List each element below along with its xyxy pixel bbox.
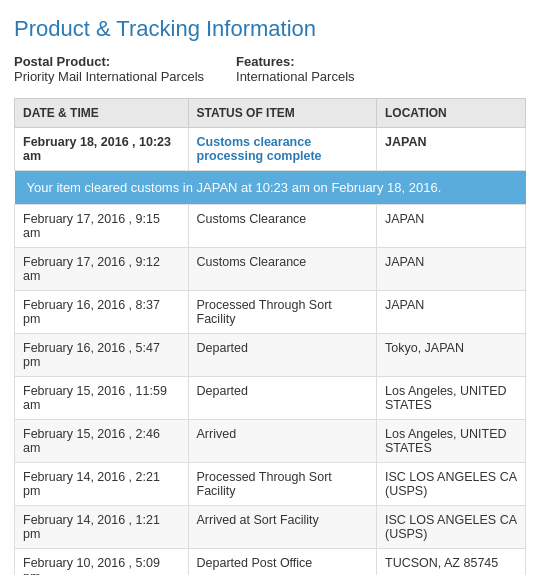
banner-cell: Your item cleared customs in JAPAN at 10… (15, 171, 526, 205)
table-row: February 14, 2016 , 1:21 pmArrived at So… (15, 506, 526, 549)
row-location: JAPAN (377, 205, 526, 248)
table-row: February 16, 2016 , 5:47 pmDepartedTokyo… (15, 334, 526, 377)
banner-row: Your item cleared customs in JAPAN at 10… (15, 171, 526, 205)
page-title: Product & Tracking Information (14, 16, 526, 42)
row-date: February 17, 2016 , 9:15 am (15, 205, 189, 248)
row-status: Departed (188, 377, 376, 420)
highlight-status: Customs clearance processing complete (188, 128, 376, 171)
row-status: Arrived at Sort Facility (188, 506, 376, 549)
row-date: February 14, 2016 , 1:21 pm (15, 506, 189, 549)
row-status: Arrived (188, 420, 376, 463)
row-location: Los Angeles, UNITED STATES (377, 420, 526, 463)
row-date: February 16, 2016 , 5:47 pm (15, 334, 189, 377)
row-status: Customs Clearance (188, 205, 376, 248)
row-date: February 10, 2016 , 5:09 pm (15, 549, 189, 576)
row-location: TUCSON, AZ 85745 (377, 549, 526, 576)
highlight-row: February 18, 2016 , 10:23 am Customs cle… (15, 128, 526, 171)
row-location: Tokyo, JAPAN (377, 334, 526, 377)
postal-product: Postal Product: Priority Mail Internatio… (14, 54, 204, 84)
row-location: JAPAN (377, 248, 526, 291)
info-banner: Your item cleared customs in JAPAN at 10… (15, 171, 526, 204)
header-status: STATUS OF ITEM (188, 99, 376, 128)
table-row: February 15, 2016 , 11:59 amDepartedLos … (15, 377, 526, 420)
table-row: February 15, 2016 , 2:46 amArrivedLos An… (15, 420, 526, 463)
features-value: International Parcels (236, 69, 355, 84)
row-date: February 16, 2016 , 8:37 pm (15, 291, 189, 334)
tracking-table: DATE & TIME STATUS OF ITEM LOCATION Febr… (14, 98, 526, 575)
postal-product-label: Postal Product: (14, 54, 204, 69)
row-status: Departed (188, 334, 376, 377)
table-row: February 10, 2016 , 5:09 pmDeparted Post… (15, 549, 526, 576)
row-date: February 15, 2016 , 11:59 am (15, 377, 189, 420)
row-location: JAPAN (377, 291, 526, 334)
row-status: Departed Post Office (188, 549, 376, 576)
row-location: Los Angeles, UNITED STATES (377, 377, 526, 420)
row-date: February 15, 2016 , 2:46 am (15, 420, 189, 463)
table-row: February 16, 2016 , 8:37 pmProcessed Thr… (15, 291, 526, 334)
row-status: Processed Through Sort Facility (188, 291, 376, 334)
table-row: February 17, 2016 , 9:12 amCustoms Clear… (15, 248, 526, 291)
table-row: February 14, 2016 , 2:21 pmProcessed Thr… (15, 463, 526, 506)
features-label: Features: (236, 54, 355, 69)
row-date: February 17, 2016 , 9:12 am (15, 248, 189, 291)
row-location: ISC LOS ANGELES CA (USPS) (377, 506, 526, 549)
highlight-date: February 18, 2016 , 10:23 am (15, 128, 189, 171)
page-container: Product & Tracking Information Postal Pr… (0, 0, 540, 575)
meta-row: Postal Product: Priority Mail Internatio… (14, 54, 526, 84)
header-date: DATE & TIME (15, 99, 189, 128)
postal-product-value: Priority Mail International Parcels (14, 69, 204, 84)
highlight-location: JAPAN (377, 128, 526, 171)
row-status: Customs Clearance (188, 248, 376, 291)
row-date: February 14, 2016 , 2:21 pm (15, 463, 189, 506)
highlight-status-text: Customs clearance processing complete (197, 135, 322, 163)
table-header-row: DATE & TIME STATUS OF ITEM LOCATION (15, 99, 526, 128)
table-row: February 17, 2016 , 9:15 amCustoms Clear… (15, 205, 526, 248)
header-location: LOCATION (377, 99, 526, 128)
row-status: Processed Through Sort Facility (188, 463, 376, 506)
row-location: ISC LOS ANGELES CA (USPS) (377, 463, 526, 506)
features: Features: International Parcels (236, 54, 355, 84)
